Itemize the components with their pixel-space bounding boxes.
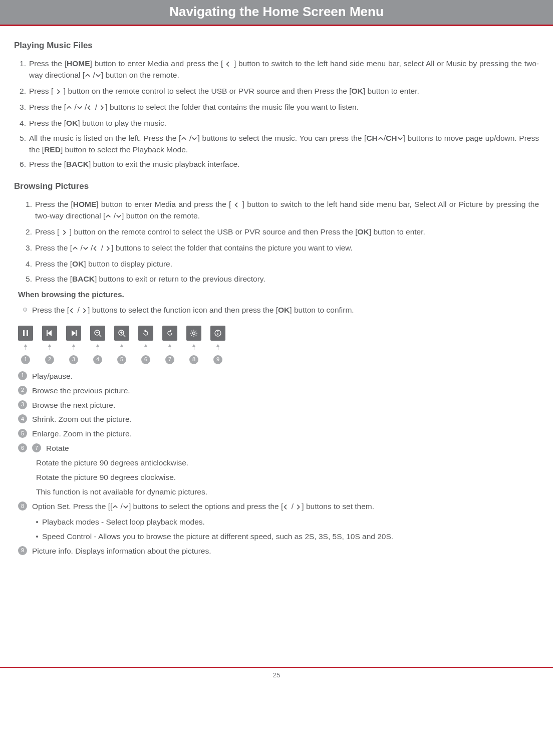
chevron-right-icon xyxy=(62,228,68,238)
pictures-steps-list: Press the [HOME] button to enter Media a… xyxy=(14,199,539,285)
callout-arrow-icon xyxy=(50,346,50,350)
next-icon[interactable] xyxy=(66,326,81,341)
legend-badge-4: 4 xyxy=(18,414,27,423)
rotate-cw-icon[interactable] xyxy=(162,326,177,341)
rotate-ccw-icon[interactable] xyxy=(138,326,153,341)
chevron-right-icon xyxy=(99,103,105,114)
chevron-right-icon xyxy=(296,502,302,513)
music-step-6: Press the [BACK] button to exit the musi… xyxy=(29,159,539,170)
section-title-pictures: Browsing Pictures xyxy=(14,181,539,192)
music-step-4: Press the [OK] button to play the music. xyxy=(29,118,539,129)
pictures-step-2: Press [ ] button on the remote control t… xyxy=(35,227,539,238)
pictures-step-3: Press the [ / / / ] buttons to select th… xyxy=(35,243,539,255)
legend-sub-67c: This function is not available for dynam… xyxy=(36,487,539,497)
legend-sub-8b: Speed Control - Allows you to browse the… xyxy=(36,532,539,542)
toolbar-number-badge: 2 xyxy=(45,355,54,364)
chevron-left-icon xyxy=(225,60,231,70)
header-divider xyxy=(0,25,553,26)
chevron-up-icon xyxy=(112,502,118,513)
chevron-up-icon xyxy=(72,244,78,255)
legend-text-67: Rotate xyxy=(46,443,539,454)
toolbar-item-6: 6 xyxy=(138,326,153,364)
chevron-right-icon xyxy=(56,87,62,98)
chevron-left-icon xyxy=(87,103,93,114)
chevron-right-icon xyxy=(105,244,111,255)
legend-badge-1: 1 xyxy=(18,371,27,380)
footer-divider xyxy=(0,667,553,668)
zoom-out-icon[interactable] xyxy=(90,326,105,341)
toolbar-number-badge: 7 xyxy=(165,355,174,364)
legend-badge-6: 6 xyxy=(18,443,27,452)
toolbar-item-9: 9 xyxy=(210,326,225,364)
legend-text-2: Browse the previous picture. xyxy=(32,386,539,396)
chevron-up-icon xyxy=(105,212,111,222)
legend-badge-7: 7 xyxy=(32,443,41,452)
chevron-up-icon xyxy=(66,103,72,114)
callout-arrow-icon xyxy=(218,346,218,350)
chevron-left-icon xyxy=(283,502,289,513)
toolbar-number-badge: 6 xyxy=(141,355,150,364)
callout-arrow-icon xyxy=(98,346,98,350)
toolbar-number-badge: 9 xyxy=(213,355,222,364)
chevron-left-icon xyxy=(69,306,75,317)
callout-arrow-icon xyxy=(26,346,26,350)
legend-text-8: Option Set. Press the [[ /] buttons to s… xyxy=(32,501,539,513)
chevron-up-icon xyxy=(181,134,187,145)
chevron-left-icon xyxy=(234,200,240,211)
toolbar-item-3: 3 xyxy=(66,326,81,364)
page-header-banner: Navigating the Home Screen Menu xyxy=(0,0,553,25)
chevron-down-icon xyxy=(95,71,101,82)
legend-badge-8: 8 xyxy=(18,501,27,511)
toolbar-item-5: 5 xyxy=(114,326,129,364)
legend-text-9: Picture info. Displays information about… xyxy=(32,546,539,557)
zoom-in-icon[interactable] xyxy=(114,326,129,341)
toolbar-number-badge: 8 xyxy=(189,355,198,364)
music-step-3: Press the [ / / / ] buttons to select th… xyxy=(29,102,539,114)
legend-text-1: Play/pause. xyxy=(32,371,539,382)
toolbar-number-badge: 3 xyxy=(69,355,78,364)
callout-arrow-icon xyxy=(122,346,122,350)
gear-icon[interactable] xyxy=(186,326,201,341)
legend-badge-2: 2 xyxy=(18,386,27,395)
info-icon[interactable] xyxy=(210,326,225,341)
section-title-music: Playing Music Files xyxy=(14,40,539,52)
toolbar-item-7: 7 xyxy=(162,326,177,364)
callout-arrow-icon xyxy=(170,346,170,350)
toolbar-legend: 1Play/pause. 2Browse the previous pictur… xyxy=(18,371,539,557)
chevron-down-icon xyxy=(397,134,403,145)
legend-sub-67b: Rotate the picture 90 degrees clockwise. xyxy=(36,472,539,483)
legend-sub-8a: Playback modes - Select loop playback mo… xyxy=(36,517,539,528)
callout-arrow-icon xyxy=(146,346,146,350)
disc-bullet-icon xyxy=(23,308,27,312)
pictures-step-5: Press the [BACK] buttons to exit or retu… xyxy=(35,274,539,285)
legend-badge-9: 9 xyxy=(18,546,27,555)
legend-text-4: Shrink. Zoom out the picture. xyxy=(32,414,539,425)
legend-badge-5: 5 xyxy=(18,429,27,438)
toolbar-item-2: 2 xyxy=(42,326,57,364)
legend-text-5: Enlarge. Zoom in the picture. xyxy=(32,429,539,439)
toolbar-item-4: 4 xyxy=(90,326,105,364)
chevron-right-icon xyxy=(82,306,88,317)
pictures-step-1: Press the [HOME] button to enter Media a… xyxy=(35,199,539,222)
music-step-5: All the music is listed on the left. Pre… xyxy=(29,133,539,155)
pictures-step-4: Press the [OK] button to display picture… xyxy=(35,259,539,270)
toolbar-number-badge: 1 xyxy=(21,355,30,364)
picture-toolbar: 123456789 xyxy=(18,326,539,364)
chevron-up-icon xyxy=(378,134,384,145)
toolbar-number-badge: 5 xyxy=(117,355,126,364)
page-number: 25 xyxy=(14,671,539,680)
toolbar-item-8: 8 xyxy=(186,326,201,364)
prev-icon[interactable] xyxy=(42,326,57,341)
legend-sub-67a: Rotate the picture 90 degrees anticlockw… xyxy=(36,458,539,468)
chevron-down-icon xyxy=(77,103,83,114)
chevron-down-icon xyxy=(123,502,129,513)
chevron-left-icon xyxy=(93,244,99,255)
toolbar-number-badge: 4 xyxy=(93,355,102,364)
bullet-function-icon: Press the [ / ] buttons to select the fu… xyxy=(23,305,539,317)
sub-heading-browsing: When browsing the pictures. xyxy=(18,290,539,300)
chevron-down-icon xyxy=(83,244,89,255)
legend-text-3: Browse the next picture. xyxy=(32,400,539,411)
music-step-1: Press the [HOME] button to enter Media a… xyxy=(29,59,539,82)
pause-icon[interactable] xyxy=(18,326,33,341)
callout-arrow-icon xyxy=(74,346,74,350)
